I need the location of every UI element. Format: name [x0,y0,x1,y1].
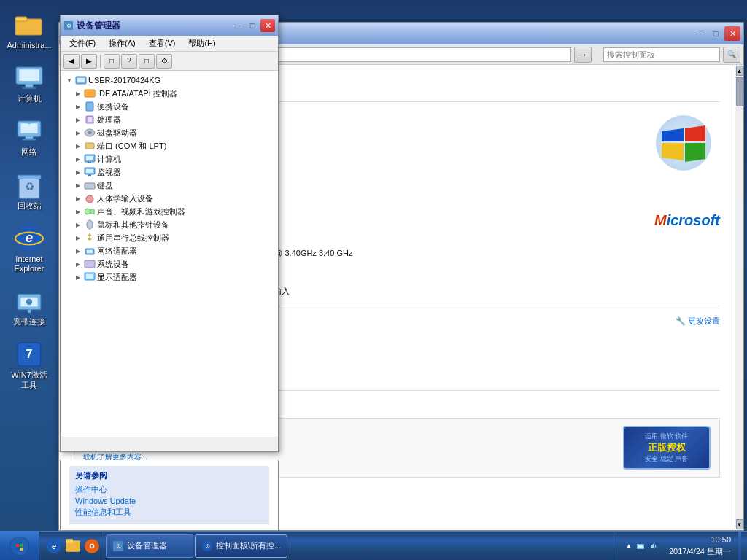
bottom-help-panel: 另请参阅 操作中心 Windows Update 性能信息和工具 [60,460,279,531]
taskbar-devmgr[interactable]: ⚙ 设备管理器 [106,534,193,558]
help-link-action-center[interactable]: 操作中心 [75,484,263,495]
svg-rect-7 [20,123,37,133]
tree-item-keyboard[interactable]: 键盘 [61,179,278,192]
svg-point-46 [85,209,90,214]
toolbar-back-btn[interactable]: ◀ [63,54,80,69]
svg-rect-43 [88,174,91,176]
computer-toggle[interactable] [72,153,84,165]
menu-help[interactable]: 帮助(H) [182,36,221,50]
toolbar-forward-btn[interactable]: ▶ [81,54,97,69]
desktop-icon-recycle[interactable]: ♻ 回收站 [4,168,54,214]
tree-item-computer[interactable]: 计算机 [61,152,278,166]
tree-item-network[interactable]: 网络适配器 [61,244,278,257]
monitor-toggle[interactable] [72,166,84,178]
desktop-icon-computer[interactable]: 计算机 [4,61,54,106]
toolbar-properties-btn[interactable]: □ [104,54,120,69]
mouse-toggle[interactable] [72,219,84,230]
mouse-label: 鼠标和其他指针设备 [97,219,169,230]
svg-text:⚙: ⚙ [116,543,121,550]
desktop-icon-network[interactable]: 网络 [4,114,54,160]
tree-item-monitor[interactable]: 监视器 [61,166,278,179]
quicklaunch-media[interactable] [83,537,101,555]
desktop-icon-win7tool[interactable]: 7 WIN7激活工具 [4,337,54,392]
network-toggle[interactable] [72,245,84,257]
display-toggle[interactable] [72,271,84,283]
hid-toggle[interactable] [72,192,84,204]
computer-icon [15,63,44,93]
tree-item-usb[interactable]: 通用串行总线控制器 [61,231,278,244]
tree-item-port[interactable]: 端口 (COM 和 LPT) [61,139,278,152]
svg-text:⚙: ⚙ [205,543,210,550]
quicklaunch-ie[interactable]: e [45,537,63,555]
go-button[interactable]: → [574,47,592,63]
tree-item-processor[interactable]: 处理器 [61,113,278,126]
processor-toggle[interactable] [72,114,84,125]
close-button[interactable]: ✕ [724,26,740,41]
minimize-button[interactable]: ─ [691,26,707,41]
menu-file[interactable]: 文件(F) [63,36,101,50]
toolbar-settings-btn[interactable]: ⚙ [156,54,172,69]
audio-toggle[interactable] [72,206,84,217]
help-link-windows-update[interactable]: Windows Update [75,497,263,505]
tree-item-system[interactable]: 系统设备 [61,257,278,271]
quick-launch: e [42,532,104,560]
menu-action[interactable]: 操作(A) [103,36,142,50]
desktop-icon-broadband[interactable]: 宽带连接 [4,284,54,330]
device-manager-window: ⚙ 设备管理器 ─ □ ✕ 文件(F) 操作(A) 查看(V) 帮助(H) ◀ … [60,15,279,452]
desktop-icon-admin[interactable]: Administra... [4,7,54,53]
taskbar-control[interactable]: ⚙ 控制面板\所有控... [195,534,287,558]
toolbar-scan-btn[interactable]: □ [139,54,155,69]
search-button[interactable]: 🔍 [723,47,740,63]
search-input[interactable] [603,47,720,62]
toolbar-separator-1 [100,55,101,68]
tree-item-mouse[interactable]: 鼠标和其他指针设备 [61,218,278,231]
menu-view[interactable]: 查看(V) [143,36,182,50]
windows-logo [647,114,720,174]
svg-point-60 [90,545,93,547]
root-toggle[interactable] [63,74,75,86]
change-settings-button[interactable]: 更改设置 [676,316,720,327]
tree-item-disk[interactable]: 磁盘驱动器 [61,126,278,139]
recycle-icon-label: 回收站 [18,201,42,211]
help-link-performance[interactable]: 性能信息和工具 [75,507,263,518]
scrollbar[interactable]: ▲ ▼ [735,65,743,530]
scroll-track[interactable] [736,76,743,519]
devmgr-maximize-btn[interactable]: □ [245,19,260,32]
win7tool-icon: 7 [15,340,44,369]
ide-toggle[interactable] [72,88,84,99]
taskbar-clock[interactable]: 10:50 2017/4/24 星期一 [666,534,734,557]
scroll-down-btn[interactable]: ▼ [736,519,743,529]
keyboard-toggle[interactable] [72,179,84,191]
tree-item-audio[interactable]: 声音、视频和游戏控制器 [61,205,278,218]
start-button[interactable] [0,532,39,561]
port-toggle[interactable] [72,140,84,152]
tree-item-display[interactable]: 显示适配器 [61,271,278,284]
tray-show-hidden[interactable]: ▲ [625,542,632,550]
svg-rect-37 [85,143,94,149]
portable-toggle[interactable] [72,101,84,112]
maximize-button[interactable]: □ [708,26,724,41]
scroll-up-btn[interactable]: ▲ [736,66,743,76]
system-toggle[interactable] [72,258,84,270]
desktop-icon-ie[interactable]: e Internet Explorer [4,221,54,276]
tray-volume-icon[interactable] [649,541,659,551]
toolbar-help-btn[interactable]: ? [121,54,137,69]
devmgr-minimize-btn[interactable]: ─ [230,19,244,32]
tray-network-icon[interactable] [635,541,646,551]
devmgr-close-btn[interactable]: ✕ [260,19,275,32]
tree-root[interactable]: USER-20170424KG [61,74,278,87]
quicklaunch-explorer[interactable] [64,537,82,555]
usb-toggle[interactable] [72,232,84,244]
tree-item-hid[interactable]: 人体学输入设备 [61,192,278,205]
svg-rect-5 [23,88,36,89]
svg-rect-34 [88,117,92,122]
tree-item-portable[interactable]: 便携设备 [61,100,278,113]
svg-rect-30 [77,78,85,82]
show-desktop-btn[interactable] [738,532,741,560]
computer-icon-label: 计算机 [18,94,42,104]
tree-item-ide[interactable]: IDE ATA/ATAPI 控制器 [61,87,278,100]
network-icon-label: 网络 [21,147,37,157]
scroll-thumb[interactable] [736,77,743,106]
disk-toggle[interactable] [72,127,84,139]
processor-icon [84,114,96,125]
